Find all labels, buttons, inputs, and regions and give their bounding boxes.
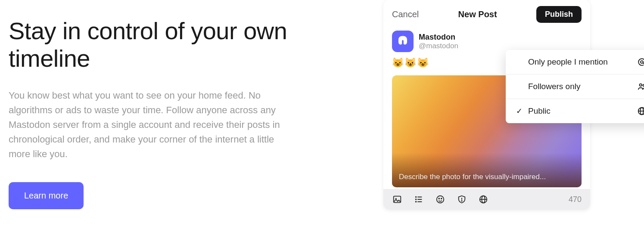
visibility-option-mention[interactable]: ✓ Only people I mention [506,50,644,74]
publish-button[interactable]: Publish [536,6,582,23]
at-icon [637,57,644,67]
image-icon[interactable] [392,194,402,205]
hero-headline: Stay in control of your own timeline [9,17,310,73]
emoji-icon[interactable] [435,194,445,205]
svg-point-4 [416,199,417,200]
visibility-globe-icon[interactable] [478,194,488,205]
alt-text-prompt[interactable]: Describe the photo for the visually-impa… [399,173,546,181]
mastodon-logo-icon [396,35,409,48]
check-icon: ✓ [516,106,524,116]
content-warning-icon[interactable] [457,194,467,205]
svg-point-6 [416,202,417,202]
svg-point-8 [437,196,444,203]
followers-icon [637,81,644,92]
svg-point-17 [640,84,642,87]
character-count: 470 [569,195,582,204]
globe-icon [637,106,644,116]
visibility-label: Followers only [528,82,632,91]
visibility-option-followers[interactable]: ✓ Followers only [506,74,644,99]
cancel-button[interactable]: Cancel [392,9,419,19]
svg-point-10 [441,198,442,199]
author-row: Mastodon @mastodon [392,31,582,52]
poll-icon[interactable] [414,194,424,205]
svg-point-12 [461,201,462,201]
learn-more-button[interactable]: Learn more [9,182,84,209]
compose-title: New Post [458,9,497,19]
author-name: Mastodon [419,33,458,42]
visibility-label: Public [528,106,632,116]
svg-point-2 [416,197,417,198]
visibility-popover: ✓ Only people I mention ✓ Followers only… [506,50,644,123]
compose-header: Cancel New Post Publish [383,0,590,29]
svg-point-9 [439,198,439,199]
visibility-label: Only people I mention [528,57,632,67]
hero-body: You know best what you want to see on yo… [9,88,284,161]
visibility-option-public[interactable]: ✓ Public [506,99,644,123]
author-handle: @mastodon [419,42,458,50]
avatar [392,31,414,52]
compose-footer: 470 [383,189,590,210]
